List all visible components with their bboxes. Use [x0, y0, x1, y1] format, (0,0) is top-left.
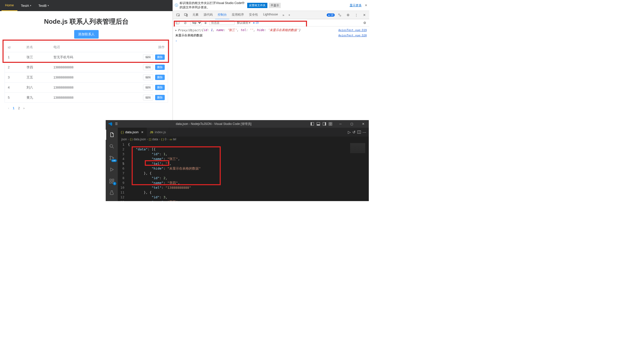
edit-button[interactable]: 编辑 [143, 95, 153, 100]
devtools-tab[interactable]: 元素 [190, 11, 201, 19]
delete-button[interactable]: 删除 [155, 75, 165, 80]
edit-button[interactable]: 编辑 [143, 85, 153, 90]
show-more-link[interactable]: 显示更多 [350, 3, 362, 8]
code-editor[interactable]: 12345678910111213 { "data": [{ "id": 1, … [118, 142, 369, 201]
issues-icon[interactable] [336, 12, 344, 18]
minimap[interactable] [349, 142, 369, 201]
kebab-menu-icon[interactable]: ⋮ [353, 12, 360, 18]
issues-count[interactable]: ● 19 [253, 21, 259, 24]
svg-rect-15 [329, 124, 330, 125]
pager-page[interactable]: 1 [13, 106, 14, 110]
delete-button[interactable]: 删除 [155, 85, 165, 90]
vscode-window: ☰ data.json - NodejsToJSON - Visual Stud… [106, 120, 369, 201]
search-icon[interactable] [106, 141, 118, 151]
breadcrumb-segment[interactable]: data.json [133, 138, 146, 141]
minimize-button[interactable]: ─ [335, 120, 346, 128]
pager-next[interactable]: › [23, 106, 24, 110]
settings-icon[interactable]: ⚙ [345, 12, 352, 18]
pager-prev[interactable]: ‹ [8, 106, 9, 110]
pager-page[interactable]: 2 [18, 106, 20, 110]
context-select[interactable]: top [190, 20, 202, 25]
delete-button[interactable]: 删除 [155, 65, 165, 70]
layout-bottom-icon[interactable] [316, 121, 321, 127]
editor-area: { }data.json✕JSindex.js ▷ ↺ ⋯ json›{ } d… [118, 128, 369, 201]
layout-customize-icon[interactable] [328, 121, 333, 127]
sidebar-toggle-icon[interactable] [175, 21, 180, 24]
edit-button[interactable]: 编辑 [143, 64, 153, 70]
filter-input[interactable] [209, 20, 235, 25]
eye-icon[interactable]: ◉ [204, 21, 207, 24]
devtools-tab[interactable]: 应用程序 [229, 11, 246, 19]
editor-tab[interactable]: JSindex.js [147, 128, 169, 137]
cell-id: 2 [5, 62, 23, 72]
breadcrumb-segment[interactable]: json [121, 138, 127, 141]
layout-right-icon[interactable] [322, 121, 327, 127]
svg-rect-24 [112, 179, 114, 181]
contacts-table: id姓名电话操作 1 张三 暂无手机号码 编辑 删除 2 李四 13888888… [5, 42, 168, 103]
cell-name: 张三 [23, 52, 50, 62]
breadcrumb-segment[interactable]: data [152, 138, 158, 141]
nav-label: Home [5, 3, 14, 7]
split-editor-icon[interactable] [357, 130, 361, 134]
delete-button[interactable]: 删除 [155, 95, 165, 100]
nav-item-testb[interactable]: TestB▾ [35, 0, 52, 11]
console-prompt[interactable]: › [175, 39, 367, 43]
message-count-badge[interactable]: ● 19 [327, 13, 335, 17]
breadcrumb[interactable]: json›{ } data.json›[ ] data›{ } 0›▭ tel [118, 137, 369, 142]
edit-button[interactable]: 编辑 [143, 74, 153, 80]
set-root-button[interactable]: 设置根文件夹 [247, 3, 267, 8]
close-icon[interactable]: ✕ [365, 4, 367, 7]
console-row[interactable]: 未显示在表格的数据AxiosTest.vue:320 [175, 33, 367, 38]
breadcrumb-segment[interactable]: tel [173, 138, 176, 141]
more-actions-icon[interactable]: ⋯ [362, 130, 366, 134]
nav-item-home[interactable]: Home [2, 0, 17, 11]
devtools-tab[interactable]: 安全性 [246, 11, 261, 19]
menu-icon[interactable]: ☰ [115, 122, 118, 126]
nav-item-testa[interactable]: TestA▾ [17, 0, 35, 11]
devtools-tab[interactable]: 源代码 [201, 11, 215, 19]
cell-id: 4 [5, 83, 23, 93]
close-window-button[interactable]: ✕ [357, 120, 369, 128]
dismiss-button[interactable]: 不显示 [269, 3, 281, 8]
devtools-tab[interactable]: Lighthouse [261, 11, 281, 19]
run-debug-icon[interactable] [106, 165, 118, 175]
app-nav: HomeTestA▾TestB▾ [0, 0, 173, 11]
source-control-icon[interactable]: 10K [106, 153, 118, 163]
json-file-icon: { } [121, 130, 124, 134]
page-title: Node.js 联系人列表管理后台 [5, 17, 168, 26]
devtools-tab[interactable]: 控制台 [215, 11, 229, 19]
devtools-tabs: 元素源代码控制台应用程序安全性Lighthouse » + ● 19 ⚙ ⋮ ✕ [173, 11, 369, 19]
run-icon[interactable]: ▷ [348, 130, 351, 134]
breadcrumb-icon: [ ] [149, 138, 151, 141]
close-devtools-icon[interactable]: ✕ [361, 12, 368, 18]
source-link[interactable]: AxiosTest.vue:320 [338, 34, 367, 37]
table-row: 3 王五 13888888888 编辑 删除 [5, 72, 168, 83]
maximize-button[interactable]: ▢ [346, 120, 357, 128]
delete-button[interactable]: 删除 [155, 55, 165, 60]
more-tabs-icon[interactable]: » [281, 12, 286, 18]
add-contact-button[interactable]: 添加联系人 [74, 30, 99, 39]
breadcrumb-segment[interactable]: 0 [165, 138, 166, 141]
log-level-select[interactable]: 默认级别 ▾ [237, 21, 250, 25]
clear-console-icon[interactable]: ⊘ [183, 21, 188, 25]
console-row[interactable]: ▶Proxy(Object) {id: 1, name: '张三', tel: … [175, 28, 367, 33]
editor-tab[interactable]: { }data.json✕ [118, 128, 147, 137]
svg-point-19 [110, 159, 111, 160]
device-icon[interactable] [182, 12, 190, 18]
timeline-icon[interactable]: ↺ [352, 130, 356, 134]
expand-icon[interactable]: ▶ [175, 29, 177, 32]
console-settings-icon[interactable]: ⚙ [362, 21, 367, 25]
add-tab-icon[interactable]: + [286, 12, 292, 18]
pagination: ‹12› [5, 106, 168, 110]
testing-icon[interactable] [106, 188, 118, 198]
close-tab-icon[interactable]: ✕ [141, 130, 144, 134]
svg-point-4 [340, 15, 341, 16]
extensions-icon[interactable]: 1 [106, 176, 118, 186]
edit-button[interactable]: 编辑 [143, 54, 153, 60]
explorer-icon[interactable] [106, 130, 118, 140]
source-link[interactable]: AxiosTest.vue:319 [338, 29, 367, 32]
inspect-icon[interactable] [174, 12, 182, 18]
layout-left-icon[interactable] [310, 121, 315, 127]
svg-rect-22 [110, 182, 111, 183]
table-row: 2 李四 13888888888 编辑 删除 [5, 62, 168, 72]
